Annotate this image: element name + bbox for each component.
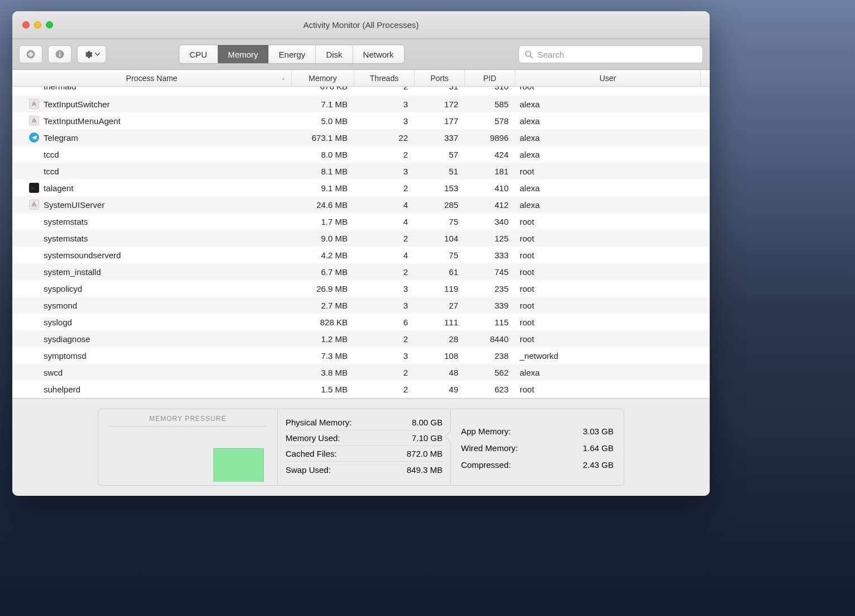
process-memory: 8.0 MB [292,150,354,159]
search-input[interactable] [538,50,697,59]
process-memory: 7.1 MB [292,99,354,109]
process-user: root [515,385,710,394]
process-pid: 238 [465,351,515,361]
process-ports: 153 [415,183,465,193]
no-icon [29,283,39,293]
process-memory: 9.1 MB [292,183,354,193]
table-row[interactable]: systemstats9.0 MB2104125root [12,230,710,247]
app-icon [29,99,39,109]
process-user: alexa [515,116,710,126]
table-row[interactable]: swcd3.8 MB248562alexa [12,364,710,381]
compressed-value: 2.43 GB [583,460,614,470]
column-header-ports[interactable]: Ports [415,70,465,86]
inspect-process-button[interactable] [48,45,72,63]
window-title: Activity Monitor (All Processes) [12,20,710,30]
table-row[interactable]: thermald676 KB231310root [12,87,710,96]
process-ports: 49 [415,385,465,394]
process-name: syslogd [44,318,292,327]
tab-cpu[interactable]: CPU [179,45,218,63]
tab-memory[interactable]: Memory [218,45,269,63]
wired-memory-label: Wired Memory: [461,443,518,453]
wired-memory-value: 1.64 GB [583,443,614,453]
table-row[interactable]: SystemUIServer24.6 MB4285412alexa [12,196,710,213]
no-icon [29,233,39,243]
chevron-down-icon [95,53,100,56]
process-user: _networkd [515,351,710,361]
process-user: root [515,250,710,260]
memory-pressure-chart [108,429,267,482]
process-name: sysmond [44,301,292,310]
process-threads: 22 [354,133,415,143]
process-ports: 119 [415,284,465,293]
column-header-user[interactable]: User [515,70,701,86]
process-ports: 337 [415,133,465,143]
table-row[interactable]: systemstats1.7 MB475340root [12,213,710,230]
table-row[interactable]: >_talagent9.1 MB2153410alexa [12,179,710,196]
table-row[interactable]: tccd8.0 MB257424alexa [12,146,710,163]
process-name: thermald [44,87,292,91]
compressed-label: Compressed: [461,460,511,470]
process-threads: 2 [354,183,415,193]
process-ports: 31 [415,87,465,91]
table-row[interactable]: syslogd828 KB6111115root [12,314,710,330]
column-header-threads[interactable]: Threads [354,70,415,86]
summary-panel: MEMORY PRESSURE Physical Memory:8.00 GB … [12,398,710,496]
process-name: tccd [44,167,292,176]
table-row[interactable]: syspolicyd26.9 MB3119235root [12,280,710,297]
stop-icon [26,49,36,59]
table-row[interactable]: symptomsd7.3 MB3108238_networkd [12,347,710,364]
process-ports: 75 [415,217,465,226]
table-row[interactable]: system_installd6.7 MB261745root [12,263,710,280]
process-ports: 285 [415,200,465,210]
column-header-pid[interactable]: PID [465,70,515,86]
process-table[interactable]: thermald676 KB231310rootTextInputSwitche… [12,87,710,398]
process-user: alexa [515,99,710,109]
column-header-memory[interactable]: Memory [292,70,354,86]
svg-text:>_: >_ [31,186,36,189]
stop-process-button[interactable] [19,45,42,63]
table-row[interactable]: suhelperd1.5 MB249623root [12,381,710,397]
process-name: system_installd [44,267,292,277]
search-field[interactable] [519,45,703,63]
table-row[interactable]: sysmond2.7 MB327339root [12,297,710,314]
process-memory: 6.7 MB [292,267,354,277]
process-user: root [515,87,710,91]
close-window-button[interactable] [22,21,30,29]
actions-menu-button[interactable] [77,45,106,63]
process-pid: 125 [465,234,515,243]
process-threads: 3 [354,284,415,293]
process-threads: 2 [354,267,415,277]
process-user: root [515,167,710,176]
table-row[interactable]: TextInputSwitcher7.1 MB3172585alexa [12,96,710,112]
tab-network[interactable]: Network [353,45,404,63]
process-threads: 3 [354,167,415,176]
column-header-name[interactable]: Process Name ⌄ [12,70,292,86]
process-name: TextInputSwitcher [44,99,292,109]
table-row[interactable]: TextInputMenuAgent5.0 MB3177578alexa [12,112,710,129]
process-memory: 9.0 MB [292,234,354,243]
table-row[interactable]: tccd8.1 MB351181root [12,163,710,179]
process-name: Telegram [44,133,292,143]
table-row[interactable]: Telegram673.1 MB223379896alexa [12,129,710,146]
process-pid: 235 [465,284,515,293]
process-name: swcd [44,368,292,377]
process-memory: 2.7 MB [292,301,354,310]
tab-disk[interactable]: Disk [316,45,353,63]
no-icon [29,149,39,159]
tab-energy[interactable]: Energy [269,45,316,63]
table-row[interactable]: sysdiagnose1.2 MB2288440root [12,330,710,347]
process-pid: 424 [465,150,515,159]
no-icon [29,367,39,377]
no-icon [29,87,39,96]
physical-memory-label: Physical Memory: [286,418,352,427]
minimize-window-button[interactable] [34,21,41,29]
process-user: root [515,334,710,344]
titlebar[interactable]: Activity Monitor (All Processes) [12,11,710,39]
process-name: suhelperd [44,385,292,394]
zoom-window-button[interactable] [46,21,53,29]
process-user: root [515,217,710,226]
process-threads: 4 [354,217,415,226]
table-row[interactable]: systemsoundserverd4.2 MB475333root [12,247,710,263]
memory-used-label: Memory Used: [286,433,340,443]
process-memory: 24.6 MB [292,200,354,210]
